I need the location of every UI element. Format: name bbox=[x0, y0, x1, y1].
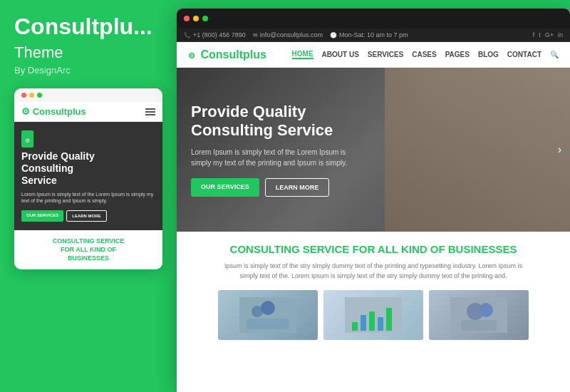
svg-point-12 bbox=[479, 303, 493, 317]
desktop-dot-yellow bbox=[193, 16, 199, 21]
desktop-topbar bbox=[177, 9, 570, 29]
svg-rect-8 bbox=[378, 317, 383, 331]
mobile-topbar bbox=[14, 88, 162, 102]
mobile-hero-title: Provide QualityConsultingService bbox=[21, 150, 155, 186]
nav-contact[interactable]: CONTACT bbox=[507, 51, 542, 58]
logo-gear-icon: ⚙ bbox=[188, 51, 195, 60]
desktop-logo: ⚙ Consultplus bbox=[188, 48, 266, 61]
mobile-logo-gear: ⚙ bbox=[21, 106, 33, 117]
mobile-dot-yellow bbox=[29, 93, 34, 98]
section-description: Ipsum is simply text of the stry simply … bbox=[217, 261, 530, 282]
desktop-nav-links: HOME ABOUT US SERVICES CASES PAGES BLOG … bbox=[292, 50, 559, 59]
svg-rect-3 bbox=[247, 319, 289, 329]
hero-next-arrow[interactable]: › bbox=[558, 143, 561, 156]
svg-point-2 bbox=[261, 301, 275, 315]
section-images bbox=[191, 290, 556, 340]
mobile-gear-box: ⚙ bbox=[21, 130, 33, 148]
email-icon: ✉ bbox=[253, 32, 258, 38]
mobile-hero-text: Lorem Ipsum is simply text of the Lorem … bbox=[21, 191, 155, 205]
social-links: f t G+ in bbox=[533, 31, 563, 38]
left-panel: Consultplu... Theme By DesignArc ⚙ Consu… bbox=[0, 0, 177, 392]
theme-title: Consultplu... bbox=[14, 14, 162, 39]
clock-icon: 🕐 bbox=[330, 32, 337, 38]
google-plus-link[interactable]: G+ bbox=[545, 31, 554, 38]
mobile-services-button[interactable]: OUR SERVICES bbox=[21, 210, 63, 222]
desktop-consulting-section: CONSULTING SERVICE FOR ALL KIND OF BUSIN… bbox=[177, 232, 570, 347]
mobile-dot-green bbox=[37, 93, 42, 98]
nav-search-icon[interactable]: 🔍 bbox=[550, 51, 559, 58]
linkedin-link[interactable]: in bbox=[558, 31, 563, 38]
nav-about[interactable]: ABOUT US bbox=[322, 51, 359, 58]
desktop-hero: Provide QualityConsulting Service Lorem … bbox=[177, 68, 570, 232]
nav-cases[interactable]: CASES bbox=[412, 51, 436, 58]
desktop-nav: ⚙ Consultplus HOME ABOUT US SERVICES CAS… bbox=[177, 42, 570, 68]
section-image-3 bbox=[429, 290, 529, 340]
nav-home[interactable]: HOME bbox=[292, 50, 314, 59]
mobile-consulting-title: CONSULTING SERVICE FOR ALL KIND OFBUSINE… bbox=[21, 237, 155, 262]
hero-person-image bbox=[385, 68, 570, 232]
desktop-hero-title: Provide QualityConsulting Service bbox=[191, 103, 362, 140]
desktop-dot-green bbox=[202, 16, 208, 21]
desktop-hero-content: Provide QualityConsulting Service Lorem … bbox=[177, 86, 376, 215]
hero-services-button[interactable]: OUR SERVICES bbox=[191, 178, 259, 197]
section-title: CONSULTING SERVICE FOR ALL KIND OF BUSIN… bbox=[191, 243, 556, 255]
nav-services[interactable]: SERVICES bbox=[368, 51, 403, 58]
desktop-hero-buttons: OUR SERVICES LEARN MORE bbox=[191, 178, 362, 197]
mobile-hero: ⚙ Provide QualityConsultingService Lorem… bbox=[14, 122, 162, 230]
section-image-2 bbox=[323, 290, 423, 340]
hero-learn-button[interactable]: LEARN MORE bbox=[265, 178, 330, 197]
email-info: ✉ info@consultplus.com bbox=[253, 31, 323, 38]
twitter-link[interactable]: t bbox=[539, 31, 541, 38]
theme-author: By DesignArc bbox=[14, 65, 162, 76]
desktop-addressbar: 📞 +1 (800) 456 7890 ✉ info@consultplus.c… bbox=[177, 29, 570, 42]
mobile-hamburger-icon[interactable] bbox=[145, 108, 155, 115]
phone-icon: 📞 bbox=[184, 32, 191, 38]
nav-pages[interactable]: PAGES bbox=[445, 51, 470, 58]
mobile-preview: ⚙ Consultplus ⚙ Provide QualityConsultin… bbox=[14, 88, 162, 269]
mobile-learn-button[interactable]: LEARN MORE bbox=[66, 210, 106, 222]
svg-rect-6 bbox=[361, 315, 366, 331]
desktop-preview: 📞 +1 (800) 456 7890 ✉ info@consultplus.c… bbox=[177, 9, 570, 392]
desktop-hero-text: Lorem Ipsum is simply text of the Lorem … bbox=[191, 147, 362, 168]
facebook-link[interactable]: f bbox=[533, 31, 535, 38]
section-image-1 bbox=[218, 290, 318, 340]
mobile-nav: ⚙ Consultplus bbox=[14, 102, 162, 122]
theme-subtitle: Theme bbox=[14, 43, 162, 62]
mobile-logo: ⚙ Consultplus bbox=[21, 106, 86, 117]
mobile-bottom-section: CONSULTING SERVICE FOR ALL KIND OFBUSINE… bbox=[14, 230, 162, 269]
svg-rect-13 bbox=[461, 320, 497, 331]
nav-blog[interactable]: BLOG bbox=[478, 51, 499, 58]
hours-info: 🕐 Mon-Sat: 10 am to 7 pm bbox=[330, 31, 408, 38]
mobile-dot-red bbox=[21, 93, 26, 98]
svg-rect-9 bbox=[386, 308, 392, 331]
phone-info: 📞 +1 (800) 456 7890 bbox=[184, 31, 246, 38]
svg-rect-7 bbox=[369, 311, 375, 331]
mobile-hero-buttons: OUR SERVICES LEARN MORE bbox=[21, 210, 155, 222]
svg-rect-5 bbox=[352, 322, 358, 331]
desktop-dot-red bbox=[184, 16, 190, 21]
